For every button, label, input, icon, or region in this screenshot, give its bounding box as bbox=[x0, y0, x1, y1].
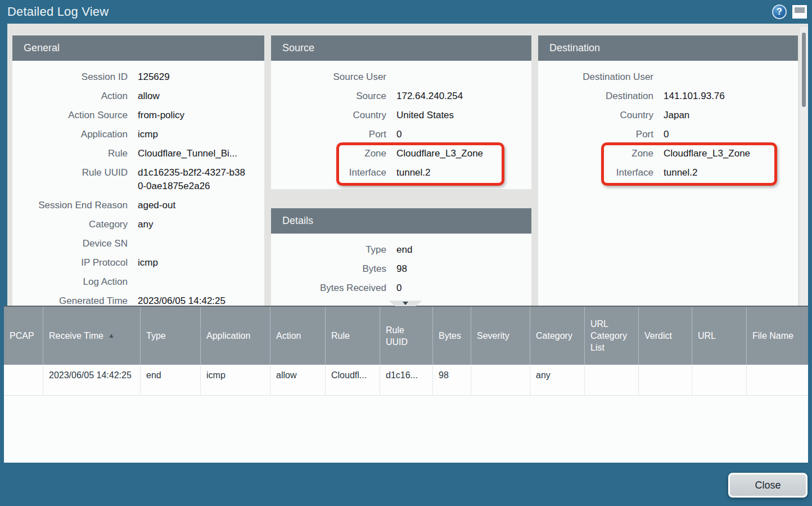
field-destination-user: Destination User bbox=[538, 68, 798, 87]
column-header-pcap[interactable]: PCAP bbox=[4, 307, 43, 365]
panel-general-title: General bbox=[12, 35, 264, 61]
field-log-action: Log Action bbox=[12, 272, 264, 292]
panel-details-body: Typeend Bytes98 Bytes Received0 bbox=[271, 234, 531, 306]
vertical-scrollbar[interactable] bbox=[800, 27, 808, 306]
panel-destination: Destination Destination User Destination… bbox=[538, 35, 798, 306]
field-source-port: Port0 bbox=[271, 125, 531, 144]
close-button[interactable]: Close bbox=[728, 473, 808, 498]
cell-file-name bbox=[747, 365, 808, 395]
panel-details: Details Typeend Bytes98 Bytes Received0 bbox=[271, 208, 531, 306]
column-header-file-name[interactable]: File Name bbox=[747, 307, 808, 365]
field-rule-uuid: Rule UUIDd1c16235-b2f2-4327-b380-0ae1875… bbox=[12, 163, 264, 196]
detail-panels-area: General Session ID125629 Actionallow Act… bbox=[7, 24, 808, 306]
field-source-zone: ZoneCloudflare_L3_Zone bbox=[271, 144, 531, 163]
field-type: Typeend bbox=[271, 240, 531, 259]
panel-destination-body: Destination User Destination141.101.93.7… bbox=[538, 61, 798, 306]
column-header-category[interactable]: Category bbox=[530, 307, 585, 365]
panel-general-body: Session ID125629 Actionallow Action Sour… bbox=[12, 61, 264, 306]
field-source-user: Source User bbox=[271, 68, 531, 87]
cell-category: any bbox=[530, 365, 585, 395]
cell-pcap bbox=[4, 365, 43, 395]
cell-application: icmp bbox=[201, 365, 270, 395]
field-destination-country: CountryJapan bbox=[538, 106, 798, 125]
field-source: Source172.64.240.254 bbox=[271, 87, 531, 106]
field-source-country: CountryUnited States bbox=[271, 106, 531, 125]
cell-url-category-list bbox=[585, 365, 639, 395]
field-ip-protocol: IP Protocolicmp bbox=[12, 253, 264, 272]
field-source-interface: Interfacetunnel.2 bbox=[271, 163, 531, 182]
field-destination-zone: ZoneCloudflare_L3_Zone bbox=[538, 144, 798, 163]
field-device-sn: Device SN bbox=[12, 234, 264, 253]
field-generated-time: Generated Time2023/06/05 14:42:25 bbox=[12, 292, 264, 306]
chevron-down-icon bbox=[403, 302, 408, 305]
field-session-end-reason: Session End Reasonaged-out bbox=[12, 196, 264, 215]
field-application: Applicationicmp bbox=[12, 125, 264, 144]
column-header-action[interactable]: Action bbox=[270, 307, 326, 365]
sort-ascending-icon: ▲ bbox=[108, 330, 115, 342]
panel-details-title: Details bbox=[271, 208, 531, 234]
column-header-rule[interactable]: Rule bbox=[326, 307, 380, 365]
log-table-header: PCAP Receive Time ▲ Type Application Act… bbox=[4, 307, 808, 365]
window-icon[interactable] bbox=[792, 5, 807, 19]
panel-general: General Session ID125629 Actionallow Act… bbox=[12, 35, 264, 306]
column-header-type[interactable]: Type bbox=[141, 307, 201, 365]
field-category: Categoryany bbox=[12, 215, 264, 234]
cell-url bbox=[692, 365, 747, 395]
collapse-handle[interactable] bbox=[389, 301, 422, 306]
cell-rule-uuid: d1c16... bbox=[380, 365, 433, 395]
cell-severity bbox=[471, 365, 530, 395]
cell-action: allow bbox=[270, 365, 326, 395]
cell-bytes: 98 bbox=[433, 365, 471, 395]
window-icon-glyph bbox=[795, 7, 805, 13]
page-title: Detailed Log View bbox=[0, 5, 109, 19]
field-destination: Destination141.101.93.76 bbox=[538, 87, 798, 106]
column-header-url[interactable]: URL bbox=[692, 307, 747, 365]
field-destination-port: Port0 bbox=[538, 125, 798, 144]
cell-verdict bbox=[639, 365, 692, 395]
field-action-source: Action Sourcefrom-policy bbox=[12, 106, 264, 125]
panel-source-body: Source User Source172.64.240.254 Country… bbox=[271, 61, 531, 189]
column-header-severity[interactable]: Severity bbox=[471, 307, 530, 365]
help-icon[interactable]: ? bbox=[772, 5, 787, 19]
table-row[interactable]: 2023/06/05 14:42:25 end icmp allow Cloud… bbox=[4, 365, 808, 396]
column-header-bytes[interactable]: Bytes bbox=[433, 307, 471, 365]
log-table: PCAP Receive Time ▲ Type Application Act… bbox=[4, 306, 808, 463]
field-action: Actionallow bbox=[12, 87, 264, 106]
field-destination-interface: Interfacetunnel.2 bbox=[538, 163, 798, 182]
column-header-verdict[interactable]: Verdict bbox=[639, 307, 692, 365]
column-header-url-category-list[interactable]: URL Category List bbox=[585, 307, 639, 365]
panel-destination-title: Destination bbox=[538, 35, 798, 61]
panel-source-title: Source bbox=[271, 35, 531, 61]
panel-source: Source Source User Source172.64.240.254 … bbox=[271, 35, 531, 189]
field-rule: RuleCloudflare_Tunnel_Bi... bbox=[12, 144, 264, 163]
scrollbar-thumb[interactable] bbox=[802, 33, 806, 107]
column-header-receive-time[interactable]: Receive Time ▲ bbox=[43, 307, 141, 365]
field-session-id: Session ID125629 bbox=[12, 68, 264, 87]
cell-type: end bbox=[141, 365, 201, 395]
column-header-application[interactable]: Application bbox=[201, 307, 270, 365]
column-header-rule-uuid[interactable]: Rule UUID bbox=[380, 307, 433, 365]
cell-rule: Cloudfl... bbox=[326, 365, 380, 395]
field-bytes-received: Bytes Received0 bbox=[271, 279, 531, 298]
field-bytes: Bytes98 bbox=[271, 259, 531, 279]
title-bar: Detailed Log View bbox=[0, 0, 812, 24]
cell-receive-time: 2023/06/05 14:42:25 bbox=[43, 365, 141, 395]
